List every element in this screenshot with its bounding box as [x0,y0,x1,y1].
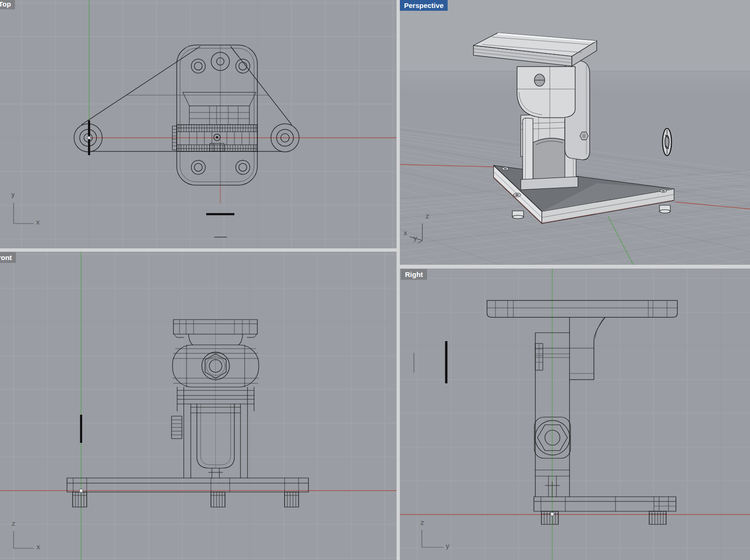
right-axis-z-label: z [420,519,424,526]
front-grid [0,252,397,560]
top-axis-x-label: x [36,218,40,225]
floating-washer [663,128,672,156]
right-washer-edge [414,341,554,516]
front-view-model [67,320,308,507]
viewport-label-perspective[interactable]: Perspective [400,0,448,11]
top-washer-edge [88,120,90,155]
top-grid [0,0,397,248]
top-axis-indicator [14,203,34,224]
right-view-model [487,300,677,524]
viewport-label-right[interactable]: Right [401,269,427,280]
front-axis-lines [0,252,397,560]
viewport-label-front[interactable]: Front [0,252,16,263]
cad-app-window: Top y x [0,0,750,560]
top-view-canvas [0,0,397,248]
top-axis-lines [89,0,397,203]
viewport-front[interactable]: Front z x [0,252,397,560]
top-section-marks [206,214,234,237]
perspective-axis-x-label: x [404,229,407,236]
right-hatch-lines [541,511,666,524]
front-axis-z-label: z [12,520,15,527]
top-axis-y-label: y [11,191,15,198]
top-view-model [74,45,299,185]
right-axis-y-label: y [446,542,450,549]
viewport-top[interactable]: Top y x [0,0,397,248]
perspective-view-canvas [400,0,750,265]
perspective-axis-z-label: z [426,212,429,219]
right-grid [400,269,750,560]
front-axis-x-label: x [37,543,40,550]
viewport-perspective[interactable]: Perspective z x y [400,0,750,265]
viewport-right[interactable]: Right z y [400,269,750,560]
right-view-canvas [400,269,750,560]
perspective-axis-y-label: y [413,234,417,241]
right-axis-indicator [422,530,443,547]
viewport-label-top[interactable]: Top [0,0,15,9]
front-hatch-lines [73,420,299,507]
front-axis-indicator [14,531,34,548]
front-view-canvas [0,252,397,560]
